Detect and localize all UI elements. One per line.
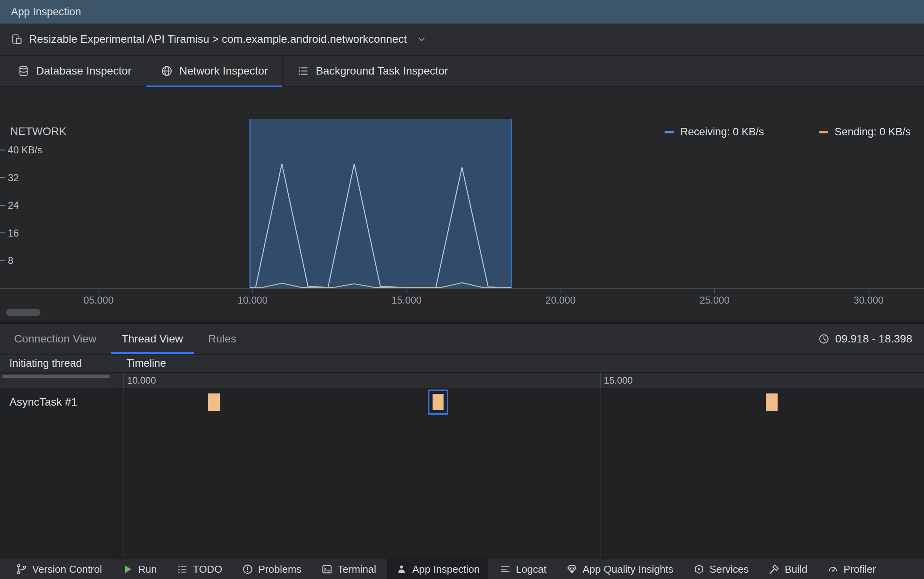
selected-time-range: 09.918 - 18.398 <box>818 324 912 354</box>
tab-label: Network Inspector <box>179 65 268 77</box>
toolwindow-label: TODO <box>193 563 222 575</box>
column-header-timeline: Timeline <box>115 355 924 372</box>
chart-selection-region[interactable] <box>250 119 511 288</box>
toolwindow-logcat[interactable]: Logcat <box>491 559 555 579</box>
toolwindow-run[interactable]: Run <box>113 559 166 579</box>
selection-left-handle[interactable] <box>249 119 250 288</box>
toolwindow-profiler[interactable]: Profiler <box>818 559 884 579</box>
selected-event-outline[interactable] <box>428 390 448 415</box>
x-axis-label: 30.000 <box>854 295 884 306</box>
chart-title: NETWORK <box>10 125 66 138</box>
tab-label: Database Inspector <box>36 65 131 77</box>
thread-table-header: Initiating thread Timeline <box>0 354 924 373</box>
window-title: App Inspection <box>11 6 81 18</box>
timeline-gridline <box>123 389 124 559</box>
y-axis-tick: 40 KB/s <box>0 144 42 156</box>
thread-timeline-column <box>115 389 924 559</box>
inspector-tab-bar: Database Inspector Network Inspector Bac… <box>0 56 924 87</box>
tick-mark <box>0 260 5 261</box>
column-scrollbar-thumb[interactable] <box>2 375 110 378</box>
toolwindow-label: Run <box>138 563 157 575</box>
toolwindow-label: App Quality Insights <box>583 563 673 575</box>
play-icon <box>122 563 133 575</box>
thread-row-label[interactable]: AsyncTask #1 <box>0 389 115 415</box>
tick-label: 16 <box>8 227 19 239</box>
network-event-block[interactable] <box>208 393 220 411</box>
selection-right-handle[interactable] <box>511 119 512 288</box>
x-axis-label: 25.000 <box>699 295 729 306</box>
chevron-down-icon <box>416 33 427 45</box>
tab-background-task-inspector[interactable]: Background Task Inspector <box>283 56 462 86</box>
terminal-icon <box>321 563 333 575</box>
toolwindow-label: Logcat <box>516 563 546 575</box>
tick-mark <box>0 177 5 178</box>
toolwindow-label: Services <box>710 563 749 575</box>
tick-mark <box>99 289 99 293</box>
tab-network-inspector[interactable]: Network Inspector <box>146 56 283 86</box>
receiving-swatch <box>665 131 674 133</box>
tick-mark <box>0 205 5 206</box>
toolwindow-terminal[interactable]: Terminal <box>312 559 385 579</box>
toolwindow-build[interactable]: Build <box>760 559 816 579</box>
tick-label: 40 KB/s <box>8 144 42 156</box>
tick-mark <box>561 289 561 293</box>
detail-view-tab-bar: Connection View Thread View Rules 09.918… <box>0 324 924 354</box>
y-axis-tick: 16 <box>0 227 19 239</box>
ruler-tick-label: 10.000 <box>127 375 156 386</box>
time-range-text: 09.918 - 18.398 <box>835 333 912 345</box>
tab-label: Background Task Inspector <box>316 65 448 77</box>
error-circle-icon <box>242 563 254 575</box>
legend-sending: Sending: 0 KB/s <box>819 126 911 138</box>
tick-mark <box>407 289 407 293</box>
column-label: Timeline <box>126 357 166 370</box>
tool-window-bar: Version Control Run TODO Problems <box>0 559 924 579</box>
y-axis-tick: 32 <box>0 172 19 183</box>
tick-mark <box>0 149 5 150</box>
tick-mark <box>0 233 5 233</box>
toolwindow-todo[interactable]: TODO <box>168 559 231 579</box>
horizontal-scrollbar-thumb[interactable] <box>6 309 40 316</box>
tool-window-titlebar: App Inspection <box>0 0 924 24</box>
tab-label: Thread View <box>122 333 183 345</box>
chart-legend: Receiving: 0 KB/s Sending: 0 KB/s <box>665 126 911 138</box>
device-icon <box>11 33 23 45</box>
timeline-gridline <box>600 389 601 559</box>
chart-time-axis: 05.00010.00015.00020.00025.00030.000 <box>0 288 924 308</box>
network-event-block[interactable] <box>766 393 778 411</box>
toolwindow-version-control[interactable]: Version Control <box>7 559 111 579</box>
tab-rules[interactable]: Rules <box>197 324 247 354</box>
network-event-block[interactable] <box>433 394 444 410</box>
tab-connection-view[interactable]: Connection View <box>3 324 108 354</box>
ruler-tick: 10.000 <box>123 373 156 388</box>
toolwindow-app-quality-insights[interactable]: App Quality Insights <box>557 559 682 579</box>
toolwindow-label: Terminal <box>338 563 376 575</box>
tab-label: Rules <box>208 333 236 345</box>
toolwindow-app-inspection[interactable]: App Inspection <box>387 559 488 579</box>
globe-icon <box>161 65 173 77</box>
checklist-icon <box>297 65 309 77</box>
column-label: Initiating thread <box>9 357 82 370</box>
tab-thread-view[interactable]: Thread View <box>111 324 194 354</box>
thread-timeline-row <box>115 389 924 415</box>
toolwindow-problems[interactable]: Problems <box>233 559 310 579</box>
legend-label: Receiving: 0 KB/s <box>680 126 764 138</box>
tick-mark <box>252 289 253 293</box>
toolwindow-label: Build <box>785 563 807 575</box>
toolwindow-services[interactable]: Services <box>685 559 758 579</box>
tick-label: 24 <box>8 200 19 211</box>
network-usage-chart[interactable]: NETWORK Receiving: 0 KB/s Sending: 0 KB/… <box>0 119 924 288</box>
hexagon-icon <box>693 563 705 575</box>
clock-icon <box>818 333 830 345</box>
tick-label: 32 <box>8 172 19 183</box>
thread-column-scroll-track <box>0 373 115 388</box>
inspector-icon <box>396 563 407 575</box>
x-axis-label: 15.000 <box>392 295 422 306</box>
sending-swatch <box>819 131 828 133</box>
device-process-selector[interactable]: Resizable Experimental API Tiramisu > co… <box>0 24 924 56</box>
tab-database-inspector[interactable]: Database Inspector <box>3 56 146 86</box>
ruler-tick-label: 15.000 <box>604 375 633 386</box>
toolwindow-label: Problems <box>258 563 301 575</box>
todo-list-icon <box>176 563 188 575</box>
device-process-label: Resizable Experimental API Tiramisu > co… <box>29 33 407 46</box>
timeline-ruler: 10.00015.000 <box>0 373 924 389</box>
